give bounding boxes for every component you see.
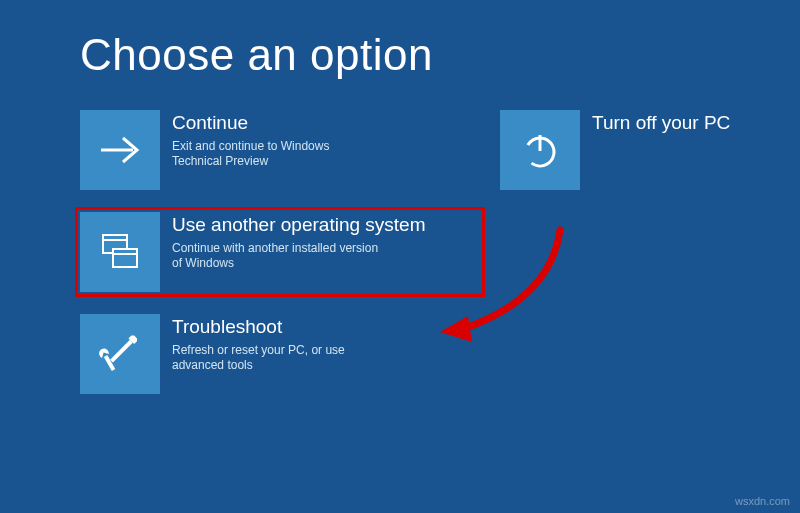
page-title: Choose an option xyxy=(80,30,720,80)
windows-stack-icon xyxy=(80,212,160,292)
troubleshoot-option[interactable]: Troubleshoot Refresh or reset your PC, o… xyxy=(80,314,380,394)
watermark: wsxdn.com xyxy=(735,495,790,507)
turn-off-option[interactable]: Turn off your PC xyxy=(500,110,800,190)
another-os-desc: Continue with another installed version … xyxy=(172,241,382,272)
svg-rect-5 xyxy=(110,340,133,363)
troubleshoot-title: Troubleshoot xyxy=(172,316,380,339)
turnoff-title: Turn off your PC xyxy=(592,112,800,135)
another-os-title: Use another operating system xyxy=(172,214,480,237)
continue-title: Continue xyxy=(172,112,380,135)
power-icon xyxy=(500,110,580,190)
use-another-os-option[interactable]: Use another operating system Continue wi… xyxy=(75,207,485,297)
arrow-right-icon xyxy=(80,110,160,190)
tools-icon xyxy=(80,314,160,394)
continue-desc: Exit and continue to Windows Technical P… xyxy=(172,139,380,170)
troubleshoot-desc: Refresh or reset your PC, or use advance… xyxy=(172,343,380,374)
svg-rect-3 xyxy=(113,249,137,267)
continue-option[interactable]: Continue Exit and continue to Windows Te… xyxy=(80,110,380,190)
